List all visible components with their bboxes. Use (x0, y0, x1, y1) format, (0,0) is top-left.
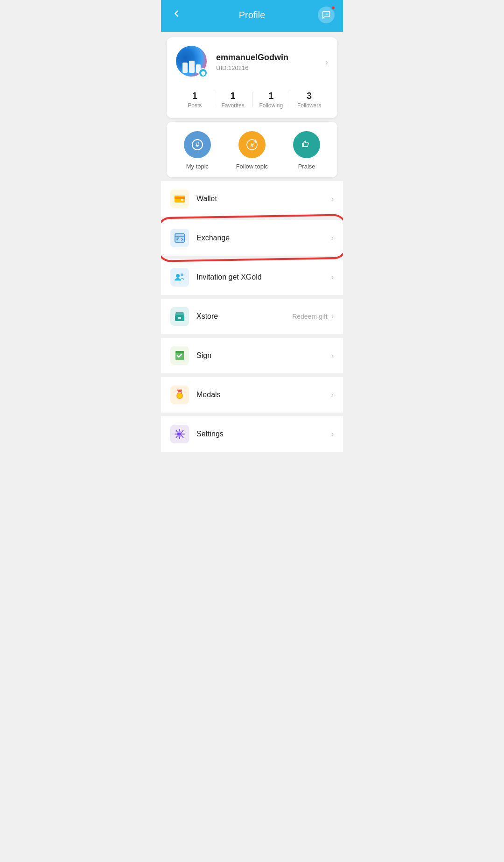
svg-rect-10 (181, 199, 183, 201)
svg-rect-15 (176, 238, 179, 238)
my-topic-label: My topic (186, 163, 209, 170)
menu-section-settings: Settings › (161, 416, 343, 452)
svg-line-25 (178, 392, 178, 393)
settings-icon (170, 425, 189, 443)
sign-arrow-icon: › (331, 351, 334, 360)
invitation-arrow-icon: › (331, 273, 334, 281)
follow-topic-button[interactable]: # + Follow topic (236, 131, 268, 170)
svg-rect-11 (175, 196, 179, 197)
action-card: # My topic # + Follow topic Praise (167, 122, 337, 177)
my-topic-button[interactable]: # My topic (184, 131, 211, 170)
wallet-arrow-icon: › (331, 195, 334, 203)
medals-icon (170, 385, 189, 404)
svg-point-27 (178, 433, 182, 436)
stats-row: 1 Posts 1 Favorites 1 Following 3 Follow… (176, 88, 328, 109)
xstore-menu-item[interactable]: Xstore Redeem gift › (161, 299, 343, 334)
svg-point-0 (325, 14, 326, 15)
sign-icon (170, 346, 189, 365)
stat-posts-value: 1 (176, 91, 214, 101)
follow-topic-label: Follow topic (236, 163, 268, 170)
stat-posts[interactable]: 1 Posts (176, 91, 214, 109)
exchange-menu-item[interactable]: Exchange › (161, 220, 343, 256)
invitation-icon (170, 268, 189, 287)
svg-rect-20 (178, 317, 181, 319)
profile-uid: UID:120216 (216, 64, 325, 71)
sign-menu-item[interactable]: Sign › (161, 338, 343, 373)
menu-section-exchange: Exchange › (161, 220, 343, 256)
avatar-badge (198, 68, 208, 77)
svg-text:+: + (253, 138, 257, 145)
svg-text:#: # (196, 141, 199, 148)
notification-badge (331, 6, 336, 10)
my-topic-icon: # (184, 131, 211, 158)
stat-following[interactable]: 1 Following (252, 91, 290, 109)
menu-list: Wallet › Exchange › (161, 181, 343, 452)
praise-icon (293, 131, 320, 158)
menu-section-medals: Medals › (161, 377, 343, 413)
svg-rect-22 (175, 351, 184, 353)
follow-topic-icon: # + (238, 131, 266, 158)
page-title: Profile (239, 10, 266, 21)
profile-arrow-icon: › (325, 57, 328, 67)
profile-top[interactable]: emmanuelGodwin UID:120216 › (176, 46, 328, 78)
menu-section-sign: Sign › (161, 338, 343, 373)
xstore-arrow-icon: › (331, 312, 334, 321)
svg-point-2 (327, 14, 328, 15)
svg-point-1 (326, 14, 327, 15)
svg-point-24 (177, 393, 182, 398)
stat-following-label: Following (252, 102, 290, 109)
settings-arrow-icon: › (331, 430, 334, 438)
xstore-icon (170, 307, 189, 326)
stat-followers-label: Followers (290, 102, 328, 109)
stat-followers[interactable]: 3 Followers (290, 91, 328, 109)
settings-label: Settings (196, 430, 331, 438)
medals-arrow-icon: › (331, 391, 334, 399)
stat-followers-value: 3 (290, 91, 328, 101)
wallet-menu-item[interactable]: Wallet › (161, 181, 343, 217)
wallet-icon (170, 189, 189, 208)
xstore-label: Xstore (196, 312, 292, 321)
menu-section-invitation: Invitation get XGold › (161, 259, 343, 295)
stat-favorites-label: Favorites (214, 102, 252, 109)
menu-section-wallet: Wallet › (161, 181, 343, 217)
messages-button[interactable] (318, 7, 335, 23)
svg-rect-9 (175, 197, 185, 199)
svg-rect-16 (176, 239, 178, 240)
stat-favorites[interactable]: 1 Favorites (214, 91, 252, 109)
medals-menu-item[interactable]: Medals › (161, 377, 343, 413)
xstore-sub: Redeem gift (292, 313, 327, 320)
exchange-label: Exchange (196, 234, 331, 242)
profile-card: emmanuelGodwin UID:120216 › 1 Posts 1 Fa… (167, 37, 337, 118)
exchange-icon (170, 229, 189, 247)
profile-info: emmanuelGodwin UID:120216 (216, 53, 325, 71)
praise-button[interactable]: Praise (293, 131, 320, 170)
stat-following-value: 1 (252, 91, 290, 101)
svg-point-17 (176, 274, 180, 278)
invitation-menu-item[interactable]: Invitation get XGold › (161, 259, 343, 295)
invitation-label: Invitation get XGold (196, 273, 331, 281)
wallet-label: Wallet (196, 195, 331, 203)
stat-favorites-value: 1 (214, 91, 252, 101)
menu-section-xstore: Xstore Redeem gift › (161, 299, 343, 334)
medals-label: Medals (196, 391, 331, 399)
settings-menu-item[interactable]: Settings › (161, 416, 343, 452)
svg-point-18 (181, 273, 183, 276)
avatar (176, 46, 209, 78)
profile-username: emmanuelGodwin (216, 53, 325, 63)
back-button[interactable] (169, 7, 183, 23)
praise-label: Praise (298, 163, 315, 170)
svg-line-26 (181, 392, 182, 393)
exchange-arrow-icon: › (331, 234, 334, 242)
stat-posts-label: Posts (176, 102, 214, 109)
app-header: Profile (161, 0, 343, 32)
sign-label: Sign (196, 351, 331, 360)
